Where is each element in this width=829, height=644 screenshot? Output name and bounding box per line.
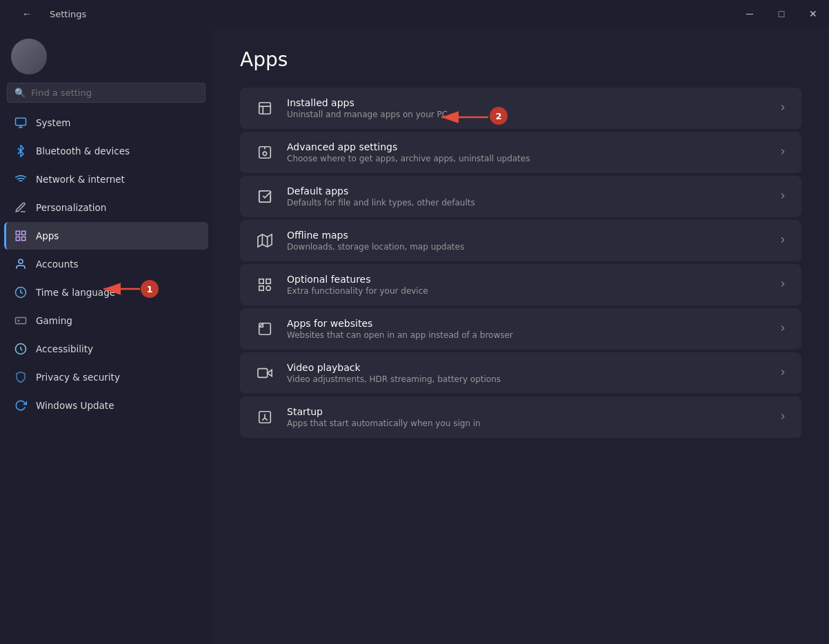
optional-features-title: Optional features <box>287 274 767 285</box>
video-playback-desc: Video adjustments, HDR streaming, batter… <box>287 374 767 384</box>
titlebar-left: ← Settings <box>11 0 86 28</box>
settings-item-advanced-app-settings[interactable]: Advanced app settingsChoose where to get… <box>240 132 801 173</box>
app-container: 🔍 SystemBluetooth & devicesNetwork & int… <box>0 28 829 644</box>
nav-list: SystemBluetooth & devicesNetwork & inter… <box>0 108 212 420</box>
installed-apps-desc: Uninstall and manage apps on your PC <box>287 110 767 119</box>
offline-maps-icon <box>254 230 276 252</box>
settings-item-apps-for-websites[interactable]: Apps for websitesWebsites that can open … <box>240 308 801 350</box>
settings-list: Installed appsUninstall and manage apps … <box>240 88 801 438</box>
advanced-app-settings-icon <box>254 141 276 163</box>
sidebar-item-personalization[interactable]: Personalization <box>4 194 208 221</box>
sidebar-item-time[interactable]: Time & language <box>4 279 208 306</box>
sidebar-item-update[interactable]: Windows Update <box>4 392 208 419</box>
personalization-icon <box>14 201 28 214</box>
system-icon <box>14 116 28 130</box>
advanced-app-settings-desc: Choose where to get apps, archive apps, … <box>287 154 767 163</box>
sidebar-item-accounts[interactable]: Accounts <box>4 250 208 278</box>
video-playback-icon <box>254 362 276 384</box>
main-content: Apps Installed appsUninstall and manage … <box>212 28 829 644</box>
avatar-area <box>0 28 212 83</box>
settings-item-default-apps[interactable]: Default appsDefaults for file and link t… <box>240 176 801 217</box>
bluetooth-icon <box>14 144 28 158</box>
video-playback-chevron <box>778 367 788 380</box>
titlebar: ← Settings ─ □ ✕ <box>0 0 829 28</box>
close-button[interactable]: ✕ <box>797 0 829 28</box>
sidebar-item-label-network: Network & internet <box>36 174 125 185</box>
sidebar-item-gaming[interactable]: Gaming <box>4 307 208 334</box>
settings-item-optional-features[interactable]: Optional featuresExtra functionality for… <box>240 264 801 305</box>
page-title: Apps <box>240 48 801 71</box>
advanced-app-settings-text: Advanced app settingsChoose where to get… <box>287 141 767 163</box>
settings-item-startup[interactable]: StartupApps that start automatically whe… <box>240 396 801 438</box>
search-icon: 🔍 <box>14 88 26 98</box>
sidebar-item-label-bluetooth: Bluetooth & devices <box>36 145 130 157</box>
svg-point-7 <box>19 259 23 263</box>
accessibility-icon <box>14 342 28 356</box>
sidebar-item-system[interactable]: System <box>4 109 208 137</box>
startup-text: StartupApps that start automatically whe… <box>287 406 767 428</box>
sidebar-item-label-accessibility: Accessibility <box>36 343 93 354</box>
optional-features-desc: Extra functionality for your device <box>287 286 767 296</box>
search-box[interactable]: 🔍 <box>7 83 206 103</box>
installed-apps-title: Installed apps <box>287 97 767 108</box>
svg-rect-9 <box>16 318 26 324</box>
sidebar-item-accessibility[interactable]: Accessibility <box>4 335 208 363</box>
video-playback-title: Video playback <box>287 362 767 373</box>
video-playback-text: Video playbackVideo adjustments, HDR str… <box>287 362 767 384</box>
sidebar-item-privacy[interactable]: Privacy & security <box>4 363 208 391</box>
startup-desc: Apps that start automatically when you s… <box>287 419 767 428</box>
advanced-app-settings-chevron <box>778 146 788 159</box>
accounts-icon <box>14 257 28 271</box>
network-icon <box>14 172 28 186</box>
sidebar-item-bluetooth[interactable]: Bluetooth & devices <box>4 137 208 165</box>
optional-features-text: Optional featuresExtra functionality for… <box>287 274 767 296</box>
apps-for-websites-icon <box>254 318 276 340</box>
gaming-icon <box>14 314 28 328</box>
sidebar-item-label-update: Windows Update <box>36 400 114 411</box>
sidebar: 🔍 SystemBluetooth & devicesNetwork & int… <box>0 28 212 644</box>
sidebar-item-apps[interactable]: Apps <box>4 222 208 250</box>
back-button[interactable]: ← <box>11 0 43 28</box>
installed-apps-icon <box>254 97 276 119</box>
titlebar-controls: ─ □ ✕ <box>734 0 829 28</box>
svg-marker-18 <box>258 234 272 247</box>
startup-title: Startup <box>287 406 767 417</box>
installed-apps-chevron <box>778 102 788 115</box>
svg-rect-21 <box>259 279 263 283</box>
apps-for-websites-chevron <box>778 323 788 336</box>
svg-rect-17 <box>259 191 271 203</box>
svg-rect-11 <box>259 103 271 114</box>
search-input[interactable] <box>31 88 198 98</box>
minimize-button[interactable]: ─ <box>734 0 766 28</box>
sidebar-item-label-personalization: Personalization <box>36 202 106 213</box>
apps-for-websites-title: Apps for websites <box>287 318 767 329</box>
default-apps-chevron <box>778 190 788 203</box>
default-apps-text: Default appsDefaults for file and link t… <box>287 185 767 208</box>
offline-maps-title: Offline maps <box>287 230 767 241</box>
svg-rect-6 <box>22 237 26 241</box>
advanced-app-settings-title: Advanced app settings <box>287 141 767 152</box>
search-area: 🔍 <box>0 83 212 108</box>
sidebar-item-label-time: Time & language <box>36 287 115 298</box>
svg-rect-23 <box>259 286 263 290</box>
settings-item-offline-maps[interactable]: Offline mapsDownloads, storage location,… <box>240 220 801 261</box>
offline-maps-chevron <box>778 234 788 248</box>
time-icon <box>14 285 28 299</box>
svg-rect-26 <box>258 369 268 378</box>
svg-rect-3 <box>16 231 19 234</box>
settings-item-installed-apps[interactable]: Installed appsUninstall and manage apps … <box>240 88 801 129</box>
svg-rect-5 <box>16 237 19 241</box>
update-icon <box>14 399 28 412</box>
settings-item-video-playback[interactable]: Video playbackVideo adjustments, HDR str… <box>240 352 801 394</box>
sidebar-item-label-privacy: Privacy & security <box>36 372 120 383</box>
sidebar-item-network[interactable]: Network & internet <box>4 165 208 193</box>
svg-rect-22 <box>266 279 270 283</box>
apps-icon <box>14 229 28 243</box>
avatar <box>11 39 47 74</box>
startup-chevron <box>778 411 788 424</box>
apps-for-websites-text: Apps for websitesWebsites that can open … <box>287 318 767 340</box>
installed-apps-text: Installed appsUninstall and manage apps … <box>287 97 767 119</box>
maximize-button[interactable]: □ <box>766 0 797 28</box>
sidebar-item-label-system: System <box>36 117 70 128</box>
optional-features-icon <box>254 274 276 296</box>
